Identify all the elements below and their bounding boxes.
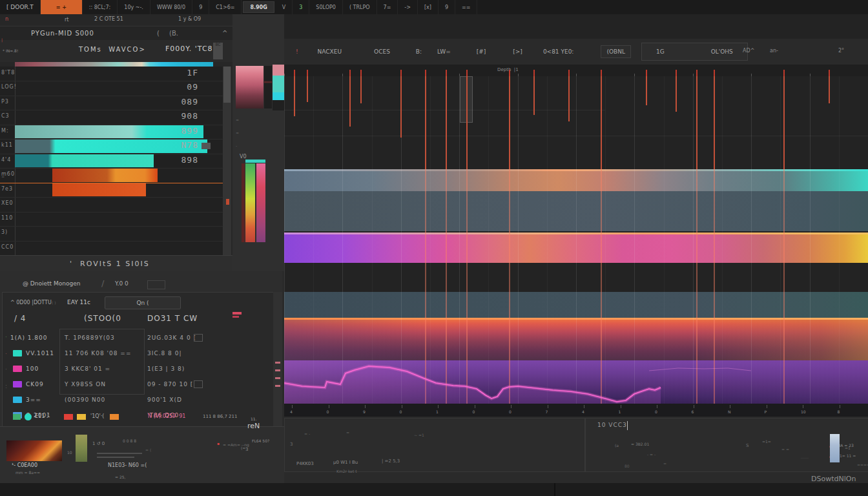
tab-time[interactable]: Y.0 0	[115, 281, 129, 287]
menu-item-14[interactable]: [x]	[418, 0, 439, 14]
chart-red-dot[interactable]	[226, 199, 229, 205]
chart-row-0[interactable]: 8'T81F	[0, 67, 223, 81]
monitor-row-2[interactable]: 1003 KKC8' 01 =1(E3 | 3 8)	[3, 361, 274, 377]
toolbar-button-9[interactable]: 1G	[651, 46, 670, 57]
thumb-teal-top[interactable]	[273, 65, 284, 76]
meter-cap[interactable]	[245, 160, 265, 163]
bottom-tick-label-0: 4	[290, 409, 293, 414]
tab-monitor[interactable]: @ Dnoiett Monogen	[23, 281, 80, 287]
toolbar-right-button-1[interactable]: AD^	[743, 48, 754, 54]
timeline-canvas[interactable]	[284, 76, 868, 404]
thumb-teal-dark[interactable]	[273, 100, 284, 110]
col-header-2[interactable]: (STOO(0	[84, 315, 121, 322]
meter-left[interactable]	[245, 163, 255, 242]
chart-row-2[interactable]: P3089	[0, 96, 223, 110]
monitor-row-0[interactable]: 1(A) 1.800T. 1P6889Y(032UG.03K 4 0 [	[3, 330, 274, 346]
thumb-teal-cyan[interactable]	[273, 92, 284, 100]
mixer-chart[interactable]: 8'T81FLOG!09P3089C3908M:899k11N784'4898m…	[0, 67, 223, 255]
row-label: 110	[1, 215, 13, 221]
chart-row-11[interactable]: 3)	[0, 226, 223, 241]
toolbar-button-1[interactable]: NACXEU	[313, 46, 347, 57]
toolbar-button-6[interactable]: [>]	[508, 46, 528, 57]
meter-thin[interactable]	[242, 163, 245, 242]
toolbar-button-3[interactable]: B:	[411, 46, 427, 57]
chevron-up-icon[interactable]: ^	[222, 30, 227, 37]
menu-item-3[interactable]: 10y ~-.	[118, 0, 150, 14]
timeline-ruler[interactable]: Depth |1	[284, 65, 868, 77]
menu-item-11[interactable]: ( TRLPO	[343, 0, 377, 14]
chart-row-4[interactable]: M:899	[0, 125, 223, 140]
menu-item-5[interactable]: 9	[192, 0, 209, 14]
footer-swatch-circle	[25, 413, 32, 420]
faint-text-root-0: V0	[240, 154, 247, 160]
mixer-panel: n rt 2 C OTE 51 1 y & O9 PYGun-MID S000 …	[0, 14, 232, 255]
ruler-marker-0	[294, 70, 295, 76]
chart-row-5[interactable]: k11N78	[0, 139, 223, 154]
monitor-toolbar-button[interactable]: EAY 11c	[67, 300, 90, 305]
meter-right[interactable]	[256, 163, 265, 242]
menu-item-13[interactable]: ->	[398, 0, 418, 14]
menu-item-10[interactable]: S0LOP0	[309, 0, 343, 14]
menu-item-12[interactable]: 7=	[377, 0, 398, 14]
thumb-olive[interactable]	[76, 435, 87, 462]
menu-item-16[interactable]: ==	[455, 0, 477, 14]
collapse-icon[interactable]: (	[157, 30, 160, 37]
chart-row-7[interactable]: m60	[0, 168, 223, 183]
toolbar-button-8[interactable]: (OBNL	[601, 45, 631, 58]
tab-extra-box[interactable]	[147, 280, 165, 289]
toolbar-button-4[interactable]: LW=	[432, 46, 456, 57]
chart-scroll-handle[interactable]	[223, 67, 231, 103]
ruler-marker-7	[466, 70, 468, 76]
toolbar-button-7[interactable]: 0<81 YE0:	[538, 46, 579, 57]
monitor-row-4[interactable]: 3==(00390 N00900'1 X(D	[3, 392, 274, 408]
monitor-row-1[interactable]: VV.101111 706 K08 '08 ==3IC.8 8 0|	[3, 346, 274, 361]
toolbar-button-5[interactable]: [#]	[471, 46, 491, 57]
mixer-sub-center: TOMs WAVCO>	[79, 46, 146, 53]
bottom-tick-12	[730, 405, 730, 408]
gridline-minor	[430, 76, 431, 404]
col-header-1[interactable]: / 4	[14, 315, 26, 322]
menu-item-1[interactable]: = +	[41, 0, 83, 14]
thumb-sunset[interactable]	[6, 440, 62, 461]
mixer-scroll-box[interactable]: 8C	[213, 43, 223, 59]
toolbar-button-10[interactable]: OL'OHS	[706, 46, 738, 57]
blue-meter-bar[interactable]	[830, 434, 840, 462]
bottom-panel-right[interactable]: 10 VCC3 (a= 3B2.01- = -=80●●NIA = 23=1= …	[585, 418, 868, 472]
menu-item-2[interactable]: :: 8CL;7:	[83, 0, 118, 14]
timeline-bottom-ruler[interactable]: 409010074106NP108	[284, 404, 868, 417]
monitor-dropdown[interactable]: Qn (	[105, 296, 181, 309]
monitor-scrollbar[interactable]	[273, 292, 282, 426]
toolbar-right-button-3[interactable]: 2°	[838, 48, 844, 54]
mixer-header-t2: 2 C OTE 51	[94, 17, 123, 22]
menu-item-0[interactable]: [ DOOR.T	[0, 0, 41, 14]
thumb-pink-gradient[interactable]	[236, 66, 264, 108]
bottom-tick-9	[621, 405, 621, 408]
options-icon[interactable]: (B.	[169, 30, 178, 37]
menu-item-9[interactable]: 3	[293, 0, 309, 14]
row-bar	[52, 169, 158, 181]
monitor-footer-row[interactable]: E11 : '1Q'·( N (V).0259 91 111 8 86,7 21…	[3, 411, 274, 423]
toolbar-button-0[interactable]: !	[291, 46, 304, 57]
ruler-depth-label: Depth |1	[497, 68, 519, 72]
menu-item-4[interactable]: WWW 80/0	[150, 0, 192, 14]
chart-row-12[interactable]: CC0	[0, 241, 223, 255]
faint-text-bp-right-9: ==== ==	[857, 462, 868, 467]
chart-row-9[interactable]: XE0	[0, 197, 223, 212]
thumb-teal-mid[interactable]	[273, 76, 284, 92]
menu-item-8[interactable]: V	[276, 0, 293, 14]
chart-row-1[interactable]: LOG!09	[0, 81, 223, 96]
menu-item-7[interactable]: 8.90G	[243, 1, 274, 13]
mixer-tab[interactable]: PYGun-MID S000 ( (B. ^	[0, 26, 232, 41]
monitor-row-3[interactable]: CK09Y X98SS ON09 - 870 10 [	[3, 377, 274, 392]
menu-item-15[interactable]: 9	[439, 0, 455, 14]
menu-item-6[interactable]: C1>6=	[209, 0, 242, 14]
toolbar-right-button-2[interactable]: an-	[770, 48, 778, 54]
bottom-panel-left[interactable]: 3P4KK03µ0 W1 I Bu| =2 5,3Km2r ket t= -=~…	[284, 418, 585, 472]
chart-row-6[interactable]: 4'4898	[0, 154, 223, 169]
thumb-dark[interactable]	[264, 66, 272, 108]
col-header-3[interactable]: DO31 T CW	[147, 315, 198, 322]
chart-row-3[interactable]: C3908	[0, 110, 223, 125]
chart-row-8[interactable]: 7e3	[0, 183, 223, 198]
chart-row-10[interactable]: 110	[0, 212, 223, 227]
toolbar-button-2[interactable]: OCES	[369, 46, 395, 57]
